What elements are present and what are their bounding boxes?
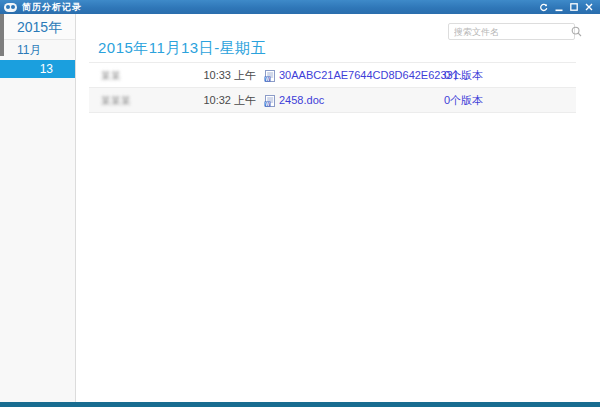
versions-link[interactable]: 0个版本: [444, 88, 483, 113]
redacted-name: 某某: [101, 63, 121, 88]
svg-text:W: W: [265, 76, 270, 81]
main-content: 2015年11月13日-星期五 某某 10:33 上午 W 30AABC21AE…: [77, 14, 600, 402]
table-row[interactable]: 某某 10:33 上午 W 30AABC21AE7644CD8D642E6233…: [89, 63, 576, 88]
window-title: 简历分析记录: [22, 1, 82, 14]
date-heading: 2015年11月13日-星期五: [98, 39, 266, 58]
word-doc-icon: W: [264, 63, 276, 88]
svg-text:W: W: [265, 101, 270, 106]
redacted-name: 某某某: [101, 88, 131, 113]
minimize-icon[interactable]: [551, 0, 566, 14]
word-doc-icon: W: [264, 88, 276, 113]
table-row[interactable]: 某某某 10:32 上午 W 2458.doc 0个版本: [89, 88, 576, 113]
window-bottom-border: [0, 402, 600, 407]
file-table: 某某 10:33 上午 W 30AABC21AE7644CD8D642E6233…: [89, 62, 576, 113]
maximize-icon[interactable]: [566, 0, 581, 14]
search-input[interactable]: [449, 25, 571, 38]
versions-link[interactable]: 0个版本: [444, 63, 483, 88]
search-box: [448, 23, 575, 40]
title-bar: 简历分析记录: [0, 0, 600, 14]
file-link[interactable]: 2458.doc: [279, 88, 324, 113]
row-time: 10:33 上午: [176, 63, 256, 88]
close-icon[interactable]: [581, 0, 596, 14]
magnifier-icon[interactable]: [571, 26, 582, 37]
row-time: 10:32 上午: [176, 88, 256, 113]
sidebar-item-month[interactable]: 11月: [0, 42, 75, 58]
sidebar-item-year[interactable]: 2015年: [0, 14, 75, 40]
date-sidebar: 2015年 11月 13: [0, 14, 76, 402]
window-edge-strip: [0, 14, 4, 56]
app-logo-icon: [4, 3, 17, 12]
sidebar-item-day-selected[interactable]: 13: [0, 60, 75, 78]
file-link[interactable]: 30AABC21AE7644CD8D642E62331...: [279, 63, 468, 88]
refresh-icon[interactable]: [536, 0, 551, 14]
window-controls: [536, 0, 596, 14]
